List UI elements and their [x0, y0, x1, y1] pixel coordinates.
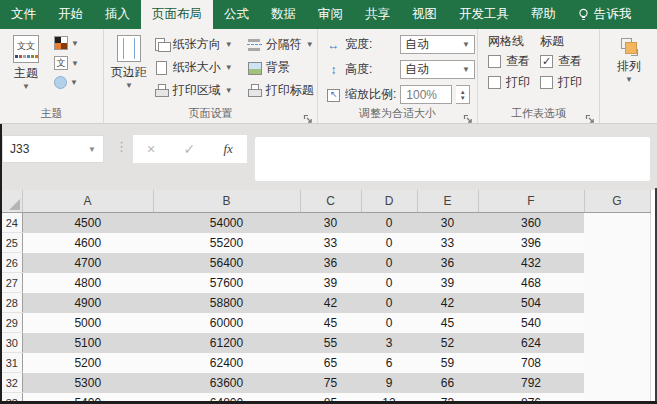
cell-G25[interactable]: [584, 233, 650, 253]
cell-F26[interactable]: 432: [478, 253, 584, 273]
ribbon-tab-公式[interactable]: 公式: [213, 0, 260, 29]
cell-C28[interactable]: 42: [300, 293, 361, 313]
cell-D27[interactable]: 0: [361, 273, 417, 293]
cell-B30[interactable]: 61200: [153, 333, 300, 353]
cell-C26[interactable]: 36: [300, 253, 361, 273]
ribbon-tab-告诉我[interactable]: 告诉我: [567, 0, 643, 29]
formula-bar-splitter[interactable]: ⋮: [115, 139, 128, 154]
cell-A29[interactable]: 5000: [22, 313, 153, 333]
margins-button[interactable]: 页边距 ▼: [108, 33, 150, 107]
sheet-options-dialog-launcher[interactable]: [585, 110, 595, 120]
cancel-icon[interactable]: ×: [147, 141, 155, 157]
ribbon-tab-开始[interactable]: 开始: [47, 0, 94, 29]
cell-E26[interactable]: 36: [417, 253, 478, 273]
breaks-button[interactable]: 分隔符 ▼: [247, 33, 315, 56]
headings-view-checkbox[interactable]: ✓: [540, 55, 553, 68]
cell-G24[interactable]: [584, 213, 650, 233]
theme-fonts-button[interactable]: 文 ▼: [54, 56, 79, 70]
themes-button[interactable]: 文文 主题 ▼: [4, 33, 48, 107]
cell-G29[interactable]: [584, 313, 650, 333]
cell-A30[interactable]: 5100: [22, 333, 153, 353]
cell-A31[interactable]: 5200: [22, 353, 153, 373]
column-header-C[interactable]: C: [300, 190, 361, 213]
gridlines-print-checkbox[interactable]: [488, 76, 501, 89]
headings-print-row[interactable]: 打印: [540, 74, 582, 91]
cell-A26[interactable]: 4700: [22, 253, 153, 273]
cell-D32[interactable]: 9: [361, 373, 417, 393]
ribbon-tab-帮助[interactable]: 帮助: [520, 0, 567, 29]
cell-D28[interactable]: 0: [361, 293, 417, 313]
print-titles-button[interactable]: 打印标题: [247, 79, 315, 102]
ribbon-tab-视图[interactable]: 视图: [401, 0, 448, 29]
cell-D31[interactable]: 6: [361, 353, 417, 373]
scale-dialog-launcher[interactable]: [463, 110, 473, 120]
ribbon-tab-文件[interactable]: 文件: [0, 0, 47, 29]
cell-G28[interactable]: [584, 293, 650, 313]
cell-C29[interactable]: 45: [300, 313, 361, 333]
cell-F24[interactable]: 360: [478, 213, 584, 233]
cell-B32[interactable]: 63600: [153, 373, 300, 393]
row-header-30[interactable]: 30: [2, 333, 22, 353]
cell-E24[interactable]: 30: [417, 213, 478, 233]
column-header-G[interactable]: G: [584, 190, 650, 213]
cell-F32[interactable]: 792: [478, 373, 584, 393]
row-header-27[interactable]: 27: [2, 273, 22, 293]
row-header-24[interactable]: 24: [2, 213, 22, 233]
cell-D30[interactable]: 3: [361, 333, 417, 353]
print-area-button[interactable]: 打印区域 ▼: [154, 79, 243, 102]
arrange-button[interactable]: 排列 ▼: [607, 33, 651, 107]
row-header-25[interactable]: 25: [2, 233, 22, 253]
page-setup-dialog-launcher[interactable]: [303, 110, 313, 120]
select-all-button[interactable]: [2, 190, 22, 213]
ribbon-tab-审阅[interactable]: 审阅: [307, 0, 354, 29]
cell-E31[interactable]: 59: [417, 353, 478, 373]
ribbon-tab-插入[interactable]: 插入: [94, 0, 141, 29]
cell-B31[interactable]: 62400: [153, 353, 300, 373]
cell-C25[interactable]: 33: [300, 233, 361, 253]
orientation-button[interactable]: 纸张方向 ▼: [154, 33, 243, 56]
cell-D24[interactable]: 0: [361, 213, 417, 233]
headings-view-row[interactable]: ✓ 查看: [540, 53, 582, 70]
cell-B29[interactable]: 60000: [153, 313, 300, 333]
cell-A25[interactable]: 4600: [22, 233, 153, 253]
column-header-A[interactable]: A: [22, 190, 153, 213]
ribbon-tab-开发工具[interactable]: 开发工具: [448, 0, 520, 29]
row-header-32[interactable]: 32: [2, 373, 22, 393]
cell-C30[interactable]: 55: [300, 333, 361, 353]
cell-E27[interactable]: 39: [417, 273, 478, 293]
ribbon-tab-页面布局[interactable]: 页面布局: [141, 0, 213, 29]
cell-G27[interactable]: [584, 273, 650, 293]
cell-E30[interactable]: 52: [417, 333, 478, 353]
cell-C24[interactable]: 30: [300, 213, 361, 233]
gridlines-view-row[interactable]: 查看: [488, 53, 530, 70]
cell-F30[interactable]: 624: [478, 333, 584, 353]
cell-B26[interactable]: 56400: [153, 253, 300, 273]
cell-E32[interactable]: 66: [417, 373, 478, 393]
theme-effects-button[interactable]: ▼: [54, 76, 79, 89]
column-header-E[interactable]: E: [417, 190, 478, 213]
ribbon-tab-共享[interactable]: 共享: [354, 0, 401, 29]
cell-E29[interactable]: 45: [417, 313, 478, 333]
cell-A28[interactable]: 4900: [22, 293, 153, 313]
column-header-F[interactable]: F: [478, 190, 584, 213]
scale-input[interactable]: 100%: [400, 85, 452, 104]
cell-B24[interactable]: 54000: [153, 213, 300, 233]
gridlines-print-row[interactable]: 打印: [488, 74, 530, 91]
cell-B25[interactable]: 55200: [153, 233, 300, 253]
row-header-28[interactable]: 28: [2, 293, 22, 313]
scale-spinner[interactable]: ▲▼: [456, 85, 470, 104]
cell-G31[interactable]: [584, 353, 650, 373]
background-button[interactable]: 背景: [247, 56, 315, 79]
cell-C27[interactable]: 39: [300, 273, 361, 293]
cell-B28[interactable]: 58800: [153, 293, 300, 313]
cell-F29[interactable]: 540: [478, 313, 584, 333]
cell-D29[interactable]: 0: [361, 313, 417, 333]
headings-print-checkbox[interactable]: [540, 76, 553, 89]
cell-F28[interactable]: 504: [478, 293, 584, 313]
cell-D25[interactable]: 0: [361, 233, 417, 253]
cell-F27[interactable]: 468: [478, 273, 584, 293]
height-dropdown[interactable]: 自动▼: [400, 60, 475, 79]
cell-G32[interactable]: [584, 373, 650, 393]
cell-E25[interactable]: 33: [417, 233, 478, 253]
cell-C31[interactable]: 65: [300, 353, 361, 373]
